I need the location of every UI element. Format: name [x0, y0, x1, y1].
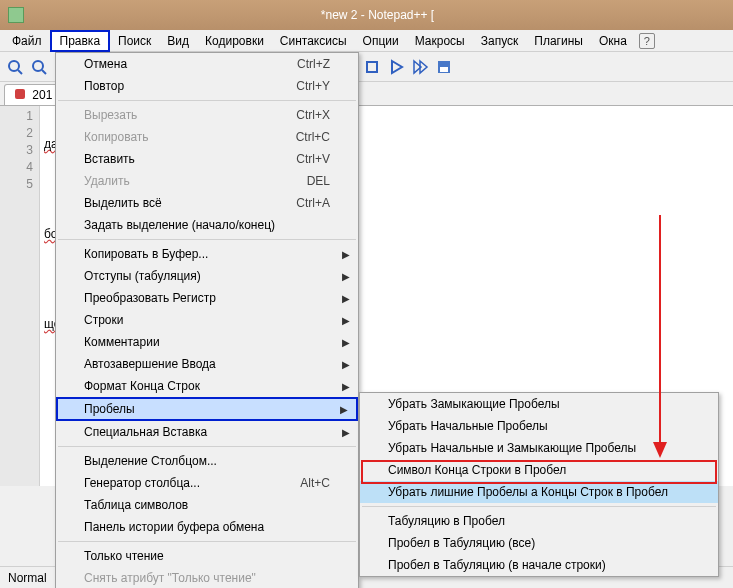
edit-menu-item-20[interactable]: Выделение Столбцом...	[56, 450, 358, 472]
edit-menu-item-25[interactable]: Только чтение	[56, 545, 358, 567]
edit-menu-item-15[interactable]: Автозавершение Ввода▶	[56, 353, 358, 375]
edit-menu-item-7[interactable]: Выделить всёCtrl+A	[56, 192, 358, 214]
edit-menu-item-6: УдалитьDEL	[56, 170, 358, 192]
menu-search[interactable]: Поиск	[110, 32, 159, 50]
svg-point-0	[9, 61, 19, 71]
edit-menu-item-18[interactable]: Специальная Вставка▶	[56, 421, 358, 443]
spaces-menu-item-4[interactable]: Убрать лишние Пробелы а Концы Строк в Пр…	[360, 481, 718, 503]
edit-menu-item-23[interactable]: Панель истории буфера обмена	[56, 516, 358, 538]
toolbar-save-macro[interactable]	[433, 56, 455, 78]
spaces-menu-item-2[interactable]: Убрать Начальные и Замыкающие Пробелы	[360, 437, 718, 459]
spaces-menu-item-6[interactable]: Табуляцию в Пробел	[360, 510, 718, 532]
edit-menu-item-13[interactable]: Строки▶	[56, 309, 358, 331]
edit-menu-item-12[interactable]: Преобразовать Регистр▶	[56, 287, 358, 309]
spaces-menu-item-7[interactable]: Пробел в Табуляцию (все)	[360, 532, 718, 554]
window-title: *new 2 - Notepad++ [	[30, 8, 725, 22]
line-gutter: 1 2 3 4 5	[0, 106, 40, 486]
menu-edit[interactable]: Правка	[50, 30, 111, 52]
menu-language[interactable]: Синтаксисы	[272, 32, 355, 50]
svg-rect-20	[440, 67, 448, 72]
edit-menu-item-3: ВырезатьCtrl+X	[56, 104, 358, 126]
menu-settings[interactable]: Опции	[355, 32, 407, 50]
menu-plugins[interactable]: Плагины	[526, 32, 591, 50]
edit-menu-item-26: Снять атрибут "Только чтение"	[56, 567, 358, 588]
menu-run[interactable]: Запуск	[473, 32, 527, 50]
svg-rect-18	[367, 62, 377, 72]
window-titlebar: *new 2 - Notepad++ [	[0, 0, 733, 30]
edit-menu-item-17[interactable]: Пробелы▶	[56, 397, 358, 421]
edit-menu-dropdown: ОтменаCtrl+ZПовторCtrl+YВырезатьCtrl+XКо…	[55, 52, 359, 588]
edit-menu-item-0[interactable]: ОтменаCtrl+Z	[56, 53, 358, 75]
edit-menu-item-11[interactable]: Отступы (табуляция)▶	[56, 265, 358, 287]
status-mode: Normal	[8, 571, 47, 585]
menu-macro[interactable]: Макросы	[407, 32, 473, 50]
edit-menu-item-5[interactable]: ВставитьCtrl+V	[56, 148, 358, 170]
svg-point-2	[33, 61, 43, 71]
edit-menu-item-22[interactable]: Таблица символов	[56, 494, 358, 516]
edit-menu-item-4: КопироватьCtrl+C	[56, 126, 358, 148]
menubar: Файл Правка Поиск Вид Кодировки Синтакси…	[0, 30, 733, 52]
menu-help[interactable]: ?	[639, 33, 655, 49]
toolbar-play[interactable]	[385, 56, 407, 78]
edit-menu-item-8[interactable]: Задать выделение (начало/конец)	[56, 214, 358, 236]
tab-modified-icon	[15, 89, 25, 99]
menu-window[interactable]: Окна	[591, 32, 635, 50]
spaces-menu-item-1[interactable]: Убрать Начальные Пробелы	[360, 415, 718, 437]
edit-menu-item-21[interactable]: Генератор столбца...Alt+C	[56, 472, 358, 494]
spaces-menu-item-0[interactable]: Убрать Замыкающие Пробелы	[360, 393, 718, 415]
app-icon	[8, 7, 24, 23]
spaces-menu-item-3[interactable]: Символ Конца Строки в Пробел	[360, 459, 718, 481]
spaces-submenu: Убрать Замыкающие ПробелыУбрать Начальны…	[359, 392, 719, 577]
toolbar-zoom-in[interactable]	[4, 56, 26, 78]
tab-label: 201	[32, 88, 52, 102]
menu-file[interactable]: Файл	[4, 32, 50, 50]
menu-view[interactable]: Вид	[159, 32, 197, 50]
svg-line-3	[42, 70, 46, 74]
spaces-menu-item-8[interactable]: Пробел в Табуляцию (в начале строки)	[360, 554, 718, 576]
edit-menu-item-16[interactable]: Формат Конца Строк▶	[56, 375, 358, 397]
edit-menu-item-10[interactable]: Копировать в Буфер...▶	[56, 243, 358, 265]
toolbar-zoom-out[interactable]	[28, 56, 50, 78]
menu-encoding[interactable]: Кодировки	[197, 32, 272, 50]
toolbar-stop[interactable]	[361, 56, 383, 78]
edit-menu-item-1[interactable]: ПовторCtrl+Y	[56, 75, 358, 97]
toolbar-play-multi[interactable]	[409, 56, 431, 78]
edit-menu-item-14[interactable]: Комментарии▶	[56, 331, 358, 353]
svg-line-1	[18, 70, 22, 74]
